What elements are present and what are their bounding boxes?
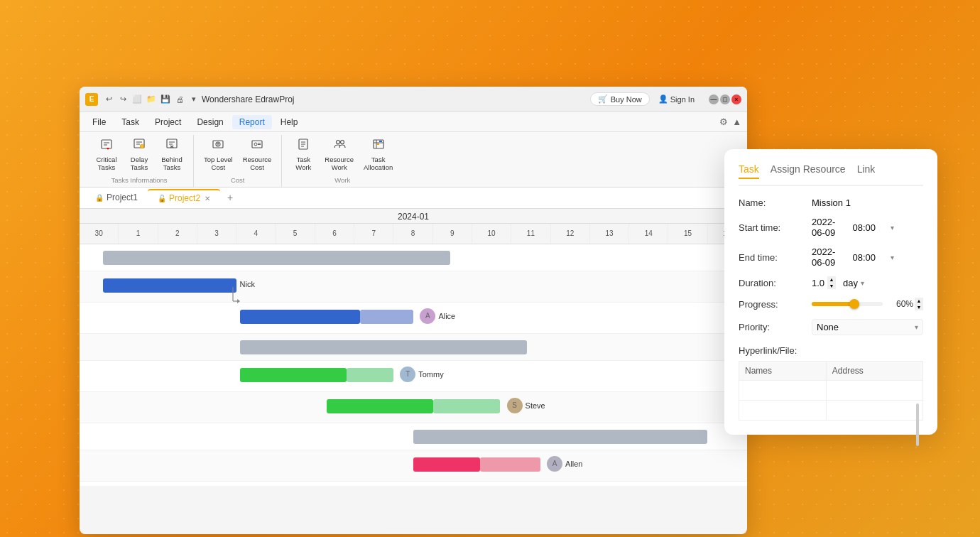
settings-icon[interactable]: ⚙ (719, 116, 728, 127)
collapse-icon[interactable]: ▲ (732, 116, 741, 127)
behind-tasks-button[interactable]: Behind Tasks (156, 135, 187, 175)
task-allocation-button[interactable]: Task Allocation (359, 135, 397, 175)
gantt-row-9 (80, 482, 747, 486)
delay-tasks-button[interactable]: Delay Tasks (124, 135, 155, 175)
gantt-row-1 (80, 244, 747, 271)
tab-project1[interactable]: 🔒 Project1 (85, 190, 148, 205)
duration-unit-dropdown[interactable]: ▾ (861, 279, 864, 287)
gantt-row-5: T Tommy (80, 361, 747, 392)
behind-tasks-icon (165, 138, 178, 154)
task-bar-7[interactable] (413, 430, 707, 444)
more-icon[interactable]: ▾ (189, 94, 199, 104)
progress-thumb[interactable] (849, 299, 859, 309)
resource-cost-button[interactable]: Resource Cost (239, 135, 276, 175)
ribbon-group-tasks: Critical Tasks Delay Tasks Behind Tasks … (85, 135, 194, 187)
right-panel: Task Assign Resource Link Name: Mission … (724, 149, 937, 435)
gantt-row-6: S Steve (80, 392, 747, 423)
ribbon-tasks-items: Critical Tasks Delay Tasks Behind Tasks (91, 135, 187, 175)
progress-track[interactable] (812, 302, 883, 306)
task-bar-1[interactable] (103, 251, 450, 265)
end-time-label: End time: (739, 252, 806, 263)
duration-up-button[interactable]: ▲ (827, 276, 836, 283)
menu-project[interactable]: Project (148, 115, 188, 129)
close-button[interactable]: × (731, 94, 741, 104)
progress-label: Progress: (739, 299, 806, 310)
tab-close-icon[interactable]: ✕ (205, 195, 210, 202)
svg-point-20 (254, 143, 257, 146)
progress-up-button[interactable]: ▲ (915, 298, 923, 304)
task-bar-6a[interactable] (327, 399, 433, 413)
end-time-date: 2022-06-09 (812, 246, 847, 268)
task-bar-6b (433, 399, 500, 413)
year-month-label: 2024-01 (80, 209, 747, 224)
menu-help[interactable]: Help (273, 115, 305, 129)
names-column-header: Names (739, 362, 827, 381)
critical-tasks-button[interactable]: Critical Tasks (91, 135, 122, 175)
priority-dropdown[interactable]: ▾ (915, 323, 918, 331)
tab-project1-label: Project1 (107, 192, 138, 202)
svg-point-27 (336, 141, 339, 144)
duration-stepper[interactable]: ▲ ▼ (827, 276, 836, 289)
menu-file[interactable]: File (85, 115, 113, 129)
top-level-cost-label: Top Level Cost (204, 156, 233, 172)
progress-container: 60% ▲ ▼ (812, 298, 923, 310)
assignee-tommy: T Tommy (400, 367, 443, 382)
task-bar-2[interactable] (103, 278, 236, 293)
title-bar-quick-access: ↩ ↪ ⬜ 📁 💾 🖨 ▾ (104, 94, 199, 104)
progress-field-row: Progress: 60% ▲ ▼ (739, 298, 923, 310)
panel-tab-assign-resource[interactable]: Assign Resource (771, 163, 846, 179)
panel-tab-task[interactable]: Task (739, 163, 759, 179)
undo-icon[interactable]: ↩ (104, 94, 114, 104)
minimize-button[interactable]: — (709, 94, 719, 104)
end-time-group: 2022-06-09 08:00 ▾ (812, 246, 894, 268)
task-bar-3a[interactable] (240, 310, 360, 324)
duration-down-button[interactable]: ▼ (827, 283, 836, 289)
maximize-button[interactable]: □ (720, 94, 730, 104)
timeline-header: 2024-01 30 1 2 3 4 5 6 7 8 9 10 11 12 13… (80, 209, 747, 244)
start-time-time: 08:00 (853, 222, 888, 233)
menu-report[interactable]: Report (232, 115, 272, 129)
duration-field-row: Duration: 1.0 ▲ ▼ day ▾ (739, 276, 923, 289)
gantt-row-4 (80, 334, 747, 361)
tommy-avatar: T (400, 367, 415, 382)
day-13: 13 (590, 224, 629, 244)
task-bar-4[interactable] (240, 340, 527, 354)
task-bar-8a[interactable] (413, 457, 480, 472)
panel-scrollbar-thumb[interactable] (916, 403, 919, 446)
delay-tasks-label: Delay Tasks (131, 156, 148, 172)
add-tab-button[interactable]: + (223, 190, 237, 205)
menu-design[interactable]: Design (190, 115, 230, 129)
task-bar-5a[interactable] (240, 368, 347, 382)
svg-rect-33 (379, 141, 382, 142)
priority-field-row: Priority: None ▾ (739, 319, 923, 335)
cost-group-label: Cost (200, 176, 276, 185)
top-level-cost-button[interactable]: Top Level Cost (200, 135, 237, 175)
progress-stepper[interactable]: ▲ ▼ (915, 298, 923, 310)
hyperlink-table-container: Names Address (739, 361, 923, 421)
restore-icon[interactable]: ⬜ (132, 94, 142, 104)
delay-tasks-icon (133, 138, 146, 154)
resource-work-button[interactable]: Resource Work (320, 135, 358, 175)
progress-down-button[interactable]: ▼ (915, 304, 923, 310)
assignee-allen: A Allen (547, 456, 582, 472)
folder-icon[interactable]: 📁 (146, 94, 156, 104)
start-time-dropdown[interactable]: ▾ (891, 224, 894, 232)
panel-tab-link[interactable]: Link (857, 163, 876, 179)
buy-now-button[interactable]: 🛒 Buy Now (590, 92, 650, 106)
menu-bar: File Task Project Design Report Help ⚙ ▲ (80, 112, 747, 132)
task-work-button[interactable]: Task Work (288, 135, 319, 175)
redo-icon[interactable]: ↪ (118, 94, 128, 104)
start-time-date: 2022-06-09 (812, 217, 847, 238)
gantt-area: 2024-01 30 1 2 3 4 5 6 7 8 9 10 11 12 13… (80, 209, 747, 486)
tab-project2[interactable]: 🔓 Project2 ✕ (148, 189, 220, 206)
end-time-dropdown[interactable]: ▾ (891, 254, 894, 261)
menu-task[interactable]: Task (114, 115, 146, 129)
ribbon-group-cost: Top Level Cost Resource Cost Cost (194, 135, 282, 187)
name-value: Mission 1 (812, 197, 923, 208)
save-icon[interactable]: 💾 (160, 94, 170, 104)
panel-scrollbar[interactable] (916, 403, 919, 413)
sign-in-button[interactable]: 👤 Sign In (658, 94, 695, 104)
print-icon[interactable]: 🖨 (175, 94, 185, 104)
title-bar: E ↩ ↪ ⬜ 📁 💾 🖨 ▾ Wondershare EdrawProj 🛒 … (80, 87, 747, 112)
day-14: 14 (629, 224, 668, 244)
